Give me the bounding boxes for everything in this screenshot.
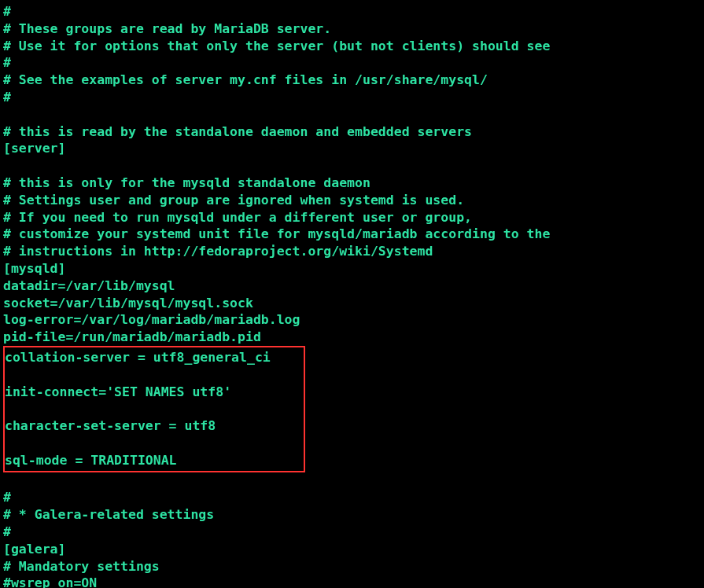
comment-line: # These groups are read by MariaDB serve… (3, 20, 701, 38)
comment-line: # (3, 524, 701, 541)
config-directive: collation-server = utf8_general_ci (5, 349, 304, 366)
blank-line (5, 435, 304, 452)
comment-line: # If you need to run mysqld under a diff… (3, 209, 701, 226)
comment-line: # (3, 3, 701, 20)
comment-line: # instructions in http://fedoraproject.o… (3, 243, 701, 260)
config-directive: sql-mode = TRADITIONAL (5, 452, 304, 469)
blank-line (3, 472, 701, 490)
comment-line: # this is read by the standalone daemon … (3, 123, 701, 141)
config-directive: log-error=/var/log/mariadb/mariadb.log (3, 311, 701, 329)
config-directive: #wsrep_on=ON (3, 575, 701, 588)
config-file-content: # # These groups are read by MariaDB ser… (3, 3, 701, 588)
comment-line: # * Galera-related settings (3, 506, 701, 524)
config-directive: character-set-server = utf8 (5, 417, 304, 435)
config-directive: pid-file=/run/mariadb/mariadb.pid (3, 329, 701, 346)
comment-line: # Mandatory settings (3, 558, 701, 575)
blank-line (5, 366, 304, 384)
comment-line: # (3, 489, 701, 506)
section-header: [server] (3, 140, 701, 157)
highlighted-config-block: collation-server = utf8_general_ci init-… (3, 346, 305, 472)
comment-line: # customize your systemd unit file for m… (3, 226, 701, 243)
comment-line: # See the examples of server my.cnf file… (3, 72, 701, 89)
blank-line (5, 400, 304, 417)
comment-line: # (3, 89, 701, 106)
comment-line: # this is only for the mysqld standalone… (3, 175, 701, 192)
section-header: [mysqld] (3, 260, 701, 277)
comment-line: # Use it for options that only the serve… (3, 38, 701, 55)
config-directive: init-connect='SET NAMES utf8' (5, 384, 304, 401)
comment-line: # Settings user and group are ignored wh… (3, 192, 701, 209)
config-directive: datadir=/var/lib/mysql (3, 277, 701, 295)
blank-line (3, 106, 701, 123)
blank-line (3, 157, 701, 175)
config-directive: socket=/var/lib/mysql/mysql.sock (3, 295, 701, 312)
section-header: [galera] (3, 541, 701, 558)
comment-line: # (3, 54, 701, 72)
